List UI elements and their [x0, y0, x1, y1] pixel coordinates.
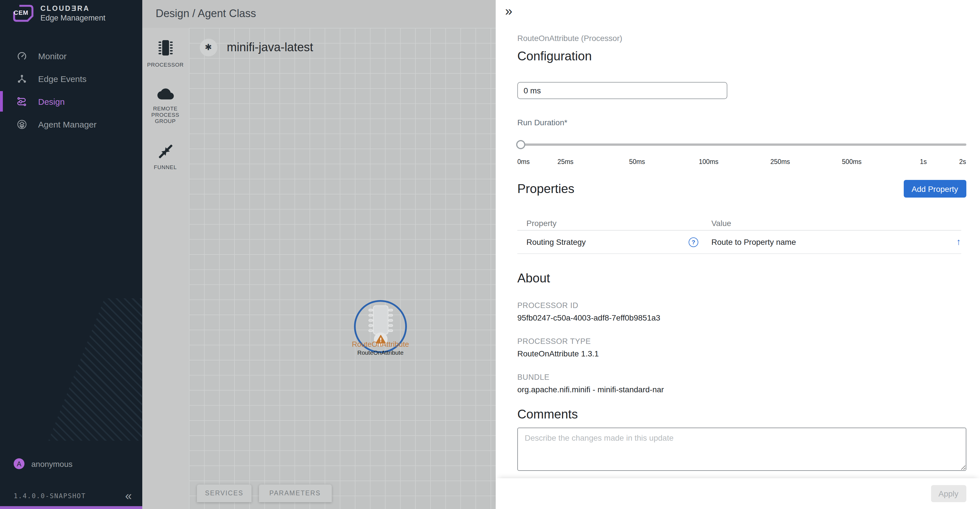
sidebar-item-label: Monitor [38, 51, 67, 61]
toolbar-item-label: REMOTE PROCESS GROUP [147, 105, 183, 124]
cem-logo-icon: CEM [13, 5, 34, 22]
comments-textarea[interactable] [517, 428, 966, 471]
tick-label: 500ms [816, 157, 888, 166]
toolbar-item-funnel[interactable]: FUNNEL [142, 143, 189, 170]
properties-table-header: Property Value [517, 216, 961, 231]
comments-heading: Comments [517, 406, 966, 423]
configuration-heading: Configuration [517, 48, 966, 65]
about-field-bundle: BUNDLE org.apache.nifi.minifi - minifi-s… [517, 372, 966, 394]
sidebar-collapse-icon[interactable]: « [125, 491, 132, 501]
breadcrumb: Design / Agent Class [156, 8, 256, 20]
app-logo: CEM CLOUDƎRA Edge Management [13, 5, 105, 22]
property-name-cell: Routing Strategy [517, 238, 689, 247]
tab-parameters[interactable]: PARAMETERS [259, 484, 331, 502]
table-row[interactable]: Routing Strategy ? Route to Property nam… [517, 231, 961, 254]
page-header: Design / Agent Class [142, 0, 495, 28]
slider-knob[interactable] [516, 140, 525, 149]
sidebar-item-label: Design [38, 96, 65, 106]
toolbar-item-label: PROCESSOR [147, 61, 183, 67]
about-field-processor-type: PROCESSOR TYPE RouteOnAttribute 1.3.1 [517, 337, 966, 359]
user-name: anonymous [31, 459, 73, 468]
field-value: RouteOnAttribute 1.3.1 [517, 348, 966, 359]
sidebar-item-edge-events[interactable]: Edge Events [0, 67, 142, 90]
column-header-value: Value [702, 219, 942, 227]
sidebar-item-design[interactable]: Design [0, 90, 142, 113]
field-value: 95fb0247-c50a-4003-adf8-7eff0b9851a3 [517, 313, 966, 323]
tick-label: 25ms [530, 157, 601, 166]
toolbar-item-processor[interactable]: PROCESSOR [142, 38, 189, 67]
properties-heading: Properties [517, 180, 574, 197]
node-type-label: RouteOnAttribute [340, 340, 420, 348]
agent-manager-icon [16, 119, 27, 129]
brand-product: Edge Management [40, 14, 105, 22]
sidebar-item-monitor[interactable]: Monitor [0, 45, 142, 67]
flow-status-badge[interactable]: ✱ [199, 38, 217, 56]
sidebar-nav: Monitor Edge Events [0, 45, 142, 136]
sidebar-stripe-decoration [48, 298, 142, 441]
column-header-property: Property [517, 219, 689, 227]
active-indicator-bar [0, 91, 3, 112]
run-duration-label: Run Duration* [517, 117, 966, 128]
cloud-icon [142, 87, 189, 103]
sidebar-item-label: Agent Manager [38, 119, 97, 129]
avatar: A [14, 458, 24, 469]
properties-table: Property Value Routing Strategy ? Route … [517, 216, 961, 254]
configuration-panel: » RouteOnAttribute (Processor) Configura… [495, 0, 980, 509]
slider-track[interactable] [517, 144, 966, 146]
tick-label: 0ms [517, 157, 530, 166]
processor-node-route-on-attribute[interactable]: RouteOnAttribute RouteOnAttribute [340, 300, 420, 356]
property-value-cell[interactable]: Route to Property name [702, 238, 942, 247]
add-property-button[interactable]: Add Property [904, 180, 966, 198]
field-label: BUNDLE [517, 372, 966, 382]
help-icon[interactable]: ? [689, 237, 698, 247]
panel-subtitle: RouteOnAttribute (Processor) [517, 33, 966, 43]
user-account[interactable]: A anonymous [14, 458, 73, 469]
sidebar-item-agent-manager[interactable]: Agent Manager [0, 113, 142, 136]
tick-label: 1s [888, 157, 959, 166]
cem-logo-text: CEM [14, 9, 29, 16]
brand-name: CLOUDƎRA [40, 5, 105, 13]
move-up-icon[interactable]: ↑ [942, 237, 961, 247]
field-label: PROCESSOR TYPE [517, 337, 966, 346]
about-field-processor-id: PROCESSOR ID 95fb0247-c50a-4003-adf8-7ef… [517, 301, 966, 323]
component-toolbar: PROCESSOR REMOTE PROCESS GROUP [142, 28, 189, 509]
toolbar-item-label: FUNNEL [147, 164, 183, 170]
about-heading: About [517, 270, 966, 287]
panel-footer: Apply [495, 478, 980, 509]
tick-label: 100ms [673, 157, 745, 166]
funnel-icon [142, 143, 189, 161]
edge-events-icon [16, 73, 27, 84]
tick-label: 50ms [601, 157, 673, 166]
slider-tick-labels: 0ms 25ms 50ms 100ms 250ms 500ms 1s 2s [517, 157, 966, 166]
node-name-label: RouteOnAttribute [340, 349, 420, 356]
field-label: PROCESSOR ID [517, 301, 966, 310]
gauge-icon [16, 50, 27, 61]
flow-canvas[interactable]: ✱ minifi-java-latest [189, 28, 495, 509]
run-duration-slider[interactable] [517, 140, 966, 149]
field-value: org.apache.nifi.minifi - minifi-standard… [517, 384, 966, 394]
sidebar-accent-strip [0, 506, 142, 509]
sidebar: CEM CLOUDƎRA Edge Management Monitor [0, 0, 142, 509]
tick-label: 250ms [745, 157, 816, 166]
version-label: 1.4.0.0-SNAPSHOT [14, 492, 86, 500]
tab-services[interactable]: SERVICES [197, 484, 251, 502]
design-icon [16, 96, 27, 107]
apply-button[interactable]: Apply [931, 485, 966, 502]
run-schedule-input[interactable] [517, 82, 727, 99]
sidebar-item-label: Edge Events [38, 74, 86, 83]
tick-label: 2s [959, 157, 966, 166]
app-window: CEM CLOUDƎRA Edge Management Monitor [0, 0, 980, 509]
processor-icon [142, 38, 189, 59]
flow-title: minifi-java-latest [227, 40, 313, 54]
toolbar-item-remote-process-group[interactable]: REMOTE PROCESS GROUP [142, 87, 189, 124]
